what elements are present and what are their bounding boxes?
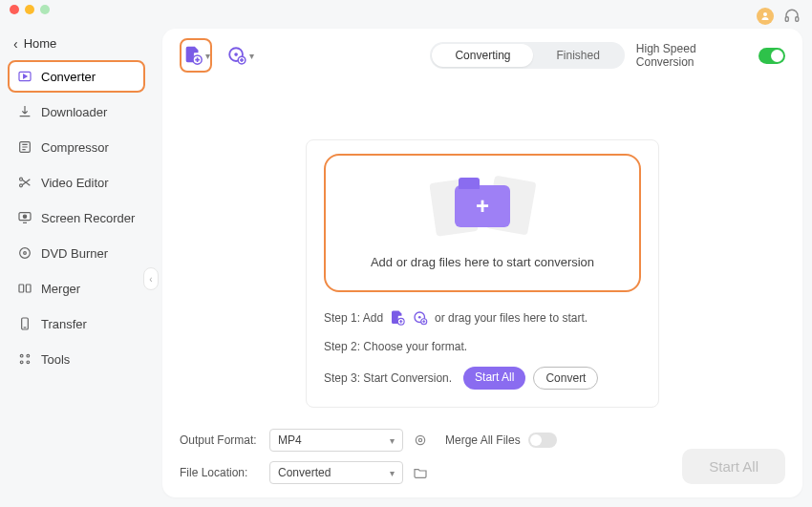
sidebar-item-label: Tools <box>41 352 70 367</box>
sidebar: ‹ Home Converter Downloader Compressor V… <box>0 19 151 507</box>
panel-footer: Output Format: MP4 ▾ Merge All Files Fil… <box>180 419 785 484</box>
svg-rect-10 <box>19 285 24 292</box>
drop-zone-text: Add or drag files here to start conversi… <box>371 255 594 269</box>
file-location-value: Converted <box>278 466 331 479</box>
start-all-button[interactable]: Start All <box>682 449 785 484</box>
svg-point-7 <box>23 215 26 218</box>
chevron-down-icon: ▾ <box>390 435 395 446</box>
sidebar-item-label: Compressor <box>41 140 109 155</box>
scissors-icon <box>17 175 32 190</box>
sidebar-item-label: Downloader <box>41 105 107 119</box>
tab-finished[interactable]: Finished <box>533 44 622 67</box>
svg-point-4 <box>20 178 23 180</box>
step-1-suffix: or drag your files here to start. <box>435 311 588 325</box>
sidebar-item-converter[interactable]: Converter <box>8 60 145 93</box>
svg-point-16 <box>27 361 30 364</box>
converter-panel: ▾ ▾ Converting Finished High Speed Conve… <box>162 29 802 497</box>
folder-plus-illustration: + <box>425 173 540 240</box>
downloader-icon <box>17 104 32 119</box>
sidebar-item-label: DVD Burner <box>41 246 108 261</box>
step-2-text: Step 2: Choose your format. <box>324 340 467 353</box>
compressor-icon <box>17 139 32 155</box>
svg-point-23 <box>418 316 421 319</box>
svg-point-14 <box>27 354 30 357</box>
chevron-down-icon: ▾ <box>249 51 254 61</box>
output-settings-icon[interactable] <box>413 433 428 448</box>
user-avatar-icon[interactable] <box>757 8 774 25</box>
sidebar-item-merger[interactable]: Merger <box>8 272 145 305</box>
minimize-traffic-light[interactable] <box>25 5 34 14</box>
window-controls <box>0 0 812 19</box>
tools-grid-icon <box>17 351 32 367</box>
file-drop-zone[interactable]: + Add or drag files here to start conver… <box>324 154 641 292</box>
svg-rect-11 <box>26 285 31 292</box>
add-dvd-icon <box>226 45 247 66</box>
sidebar-collapse-button[interactable]: ‹ <box>143 267 159 290</box>
svg-point-9 <box>24 252 27 255</box>
output-format-select[interactable]: MP4 ▾ <box>269 429 403 452</box>
step-3-prefix: Step 3: Start Conversion. <box>324 371 452 385</box>
support-headset-icon[interactable] <box>783 8 801 25</box>
output-format-value: MP4 <box>278 433 302 447</box>
screen-recorder-icon <box>17 210 32 225</box>
convert-pill-button[interactable]: Convert <box>533 367 598 390</box>
back-home-button[interactable]: ‹ Home <box>8 32 145 60</box>
sidebar-item-video-editor[interactable]: Video Editor <box>8 166 145 199</box>
sidebar-item-compressor[interactable]: Compressor <box>8 131 145 163</box>
start-all-pill-button[interactable]: Start All <box>463 367 525 390</box>
status-segment-control: Converting Finished <box>430 42 624 69</box>
svg-rect-1 <box>796 17 799 22</box>
step-1-row: Step 1: Add or drag your files here to s… <box>324 309 641 327</box>
close-traffic-light[interactable] <box>10 5 19 14</box>
add-file-icon <box>182 45 203 66</box>
merge-all-toggle[interactable] <box>528 433 557 448</box>
svg-point-15 <box>20 361 23 364</box>
file-location-select[interactable]: Converted ▾ <box>269 461 403 484</box>
sidebar-item-downloader[interactable]: Downloader <box>8 95 145 128</box>
disc-icon <box>17 245 32 261</box>
home-label: Home <box>24 36 57 51</box>
sidebar-item-dvd-burner[interactable]: DVD Burner <box>8 237 145 269</box>
sidebar-item-label: Transfer <box>41 317 87 331</box>
chevron-down-icon: ▾ <box>205 51 210 61</box>
high-speed-toggle[interactable] <box>759 48 785 64</box>
main-area: ▾ ▾ Converting Finished High Speed Conve… <box>151 19 812 507</box>
merger-icon <box>17 281 32 296</box>
chevron-down-icon: ▾ <box>390 468 395 478</box>
svg-point-19 <box>234 53 238 56</box>
sidebar-item-transfer[interactable]: Transfer <box>8 307 145 340</box>
sidebar-item-label: Video Editor <box>41 176 109 190</box>
merge-all-label: Merge All Files <box>445 433 521 447</box>
svg-point-26 <box>418 438 421 441</box>
transfer-icon <box>17 316 32 331</box>
sidebar-item-label: Merger <box>41 282 80 296</box>
add-file-button[interactable]: ▾ <box>180 38 212 73</box>
output-format-label: Output Format: <box>180 433 260 447</box>
svg-point-8 <box>20 248 31 259</box>
tab-converting[interactable]: Converting <box>432 44 533 67</box>
add-dvd-button[interactable]: ▾ <box>224 38 256 73</box>
svg-point-13 <box>20 354 23 357</box>
high-speed-label: High Speed Conversion <box>636 42 751 69</box>
zoom-traffic-light[interactable] <box>40 5 50 14</box>
chevron-left-icon: ‹ <box>13 37 18 51</box>
add-dvd-icon <box>412 309 429 327</box>
sidebar-item-screen-recorder[interactable]: Screen Recorder <box>8 201 145 234</box>
file-location-label: File Location: <box>180 466 260 479</box>
step-2-row: Step 2: Choose your format. <box>324 340 641 353</box>
sidebar-item-tools[interactable]: Tools <box>8 343 145 375</box>
instructions-card: + Add or drag files here to start conver… <box>306 139 659 408</box>
svg-point-25 <box>416 435 424 444</box>
sidebar-item-label: Screen Recorder <box>41 211 135 225</box>
step-3-row: Step 3: Start Conversion. Start All Conv… <box>324 367 641 390</box>
open-folder-icon[interactable] <box>413 465 428 480</box>
svg-point-5 <box>20 184 23 187</box>
add-file-icon <box>389 309 406 327</box>
step-1-prefix: Step 1: Add <box>324 311 383 325</box>
svg-rect-0 <box>785 17 788 22</box>
sidebar-item-label: Converter <box>41 70 96 84</box>
converter-icon <box>17 69 32 84</box>
